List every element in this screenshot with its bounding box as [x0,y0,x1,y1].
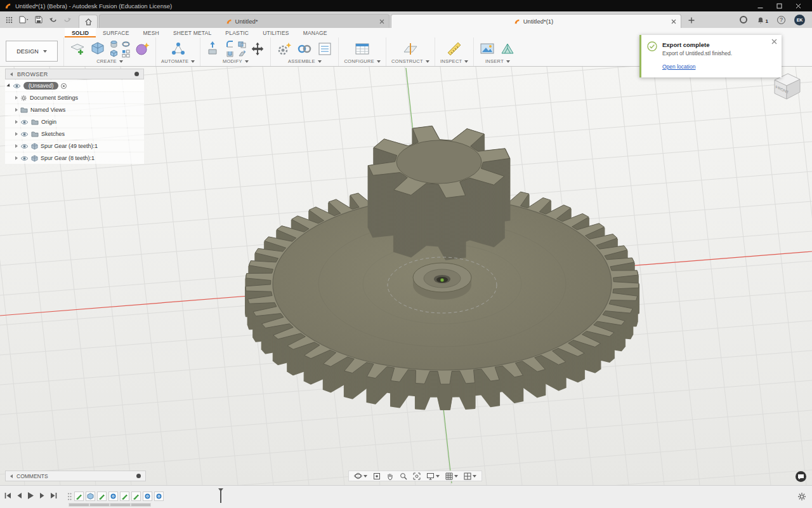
collapse-comments-icon[interactable] [10,474,13,478]
timeline-sketch-feature-icon[interactable] [97,491,107,501]
tab-utilities[interactable]: UTILITIES [256,28,296,37]
document-tab-untitled[interactable]: Untitled* [99,14,390,28]
app-grid-icon[interactable] [6,17,13,23]
browser-row-origin[interactable]: Origin [5,116,144,128]
workspace-selector[interactable]: DESIGN [6,41,58,62]
group-label-configure[interactable]: CONFIGURE [344,58,381,65]
shell-icon[interactable] [226,50,234,58]
group-label-inspect[interactable]: INSPECT [440,58,469,65]
expand-icon[interactable] [15,96,18,100]
go-to-end-button[interactable] [50,492,57,499]
timeline-position-marker[interactable] [220,490,221,503]
expand-icon[interactable] [6,83,11,88]
browser-options-icon[interactable] [134,72,139,76]
pan-tool[interactable] [386,472,394,480]
group-label-create[interactable]: CREATE [96,58,123,65]
browser-row-sketches[interactable]: Sketches [5,128,144,140]
job-status-icon[interactable] [739,15,748,24]
save-icon[interactable] [35,16,43,23]
orbit-tool[interactable] [354,472,367,480]
combine-icon[interactable] [238,40,246,48]
new-solid-icon[interactable] [89,41,106,57]
step-back-button[interactable] [16,492,22,499]
group-label-assemble[interactable]: ASSEMBLE [288,58,322,65]
grid-settings[interactable] [445,472,458,480]
group-label-insert[interactable]: INSERT [485,58,510,65]
tab-plastic[interactable]: PLASTIC [218,28,256,37]
new-tab-button[interactable] [684,13,698,27]
comments-bar[interactable]: COMMENTS [5,471,146,481]
visibility-eye-icon[interactable] [20,131,29,137]
undo-icon[interactable] [49,16,57,23]
timeline-track[interactable] [67,490,221,503]
tab-solid[interactable]: SOLID [65,28,96,37]
visibility-eye-icon[interactable] [20,119,29,125]
expand-icon[interactable] [15,144,18,148]
minimize-button[interactable] [750,0,769,11]
fusion-home-tab[interactable] [79,15,98,28]
timeline-sketch-feature-icon[interactable] [120,491,129,501]
avatar[interactable]: EK [794,15,805,25]
play-button[interactable] [27,491,34,500]
open-location-link[interactable]: Open location [662,64,695,70]
tab-surface[interactable]: SURFACE [96,28,136,37]
revolve-icon[interactable] [122,40,130,48]
measure-icon[interactable] [446,41,462,57]
insert-canvas-icon[interactable] [479,41,495,57]
close-tab-icon[interactable] [671,19,676,24]
tab-mesh[interactable]: MESH [136,28,166,37]
toast-close-icon[interactable] [771,39,777,44]
visibility-eye-icon[interactable] [13,83,21,89]
expand-icon[interactable] [15,108,18,112]
timeline-sketch-feature-icon[interactable] [74,491,84,501]
timeline-gear-feature-icon[interactable] [108,491,118,501]
look-at-tool[interactable] [373,472,381,480]
browser-row-spur-gear-49[interactable]: Spur Gear (49 teeth):1 [5,140,144,152]
step-forward-button[interactable] [39,492,45,499]
browser-root-row[interactable]: (Unsaved) [5,80,144,91]
create-form-icon[interactable] [134,41,150,57]
viewports-settings[interactable] [464,472,476,480]
joint-icon[interactable] [296,41,313,57]
pattern-icon[interactable] [122,50,130,58]
expand-icon[interactable] [15,156,18,160]
visibility-eye-icon[interactable] [20,144,29,149]
tab-sheet-metal[interactable]: SHEET METAL [166,28,218,37]
move-copy-icon[interactable] [250,41,265,57]
go-to-start-button[interactable] [4,492,11,499]
expand-icon[interactable] [15,120,18,124]
automate-icon[interactable] [170,41,187,57]
close-button[interactable] [789,0,808,11]
document-tab-untitled-1[interactable]: Untitled*(1) [391,14,681,28]
redo-icon[interactable] [63,16,72,23]
close-tab-icon[interactable] [379,19,384,24]
activate-component-radio[interactable] [61,83,67,89]
bom-list-icon[interactable] [317,41,333,57]
timeline-settings-gear-icon[interactable] [797,492,806,501]
chat-assistant-button[interactable] [796,471,806,482]
display-settings[interactable] [426,472,440,480]
timeline-scrollbar[interactable] [69,503,151,507]
box-primitive-icon[interactable] [110,50,118,58]
browser-row-named-views[interactable]: Named Views [5,104,144,116]
collapse-browser-icon[interactable] [10,72,13,76]
tab-manage[interactable]: MANAGE [296,28,334,37]
notification-bell-icon[interactable]: 1 [757,16,768,24]
fillet-icon[interactable] [226,40,234,48]
browser-row-document-settings[interactable]: Document Settings [5,92,144,104]
timeline-extrude-feature-icon[interactable] [86,491,95,501]
zoom-tool[interactable] [400,472,407,480]
file-menu-icon[interactable] [19,16,29,23]
new-component-icon[interactable] [276,41,292,57]
timeline-sketch-feature-icon[interactable] [131,491,141,501]
browser-row-spur-gear-8[interactable]: Spur Gear (8 teeth):1 [5,152,144,164]
maximize-button[interactable] [769,0,789,11]
expand-icon[interactable] [15,132,18,136]
browser-header[interactable]: BROWSER [5,69,144,79]
visibility-eye-icon[interactable] [20,156,29,161]
timeline-drag-handle-icon[interactable] [67,492,72,501]
fit-tool[interactable] [413,472,421,480]
press-pull-icon[interactable] [206,41,222,57]
group-label-automate[interactable]: AUTOMATE [161,58,195,65]
help-icon[interactable]: ? [777,16,785,24]
